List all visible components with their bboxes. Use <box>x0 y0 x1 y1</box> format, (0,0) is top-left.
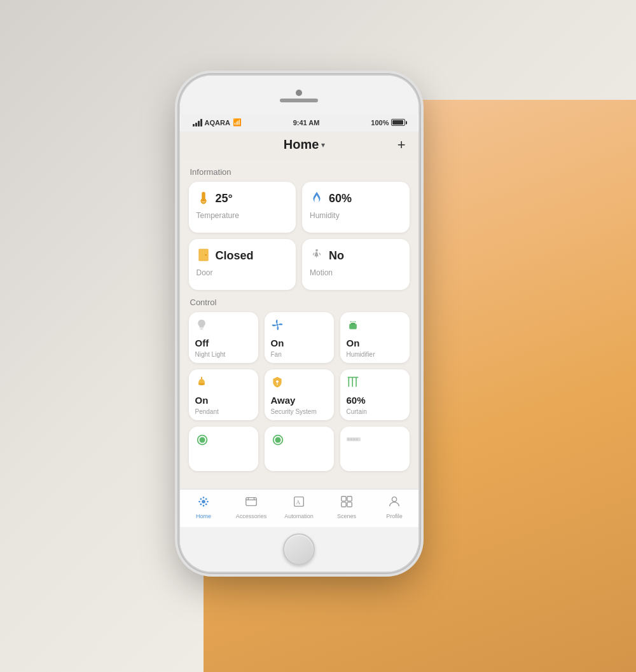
control-cards-row2: On Pendant <box>189 369 410 420</box>
scene1-card[interactable] <box>189 427 258 471</box>
battery-percentage: 100% <box>371 119 389 127</box>
profile-tab-icon <box>387 495 401 512</box>
tab-home[interactable]: Home <box>186 495 221 519</box>
curtain-label: Curtain <box>347 408 403 415</box>
svg-rect-39 <box>246 497 257 505</box>
motion-icon <box>310 248 324 264</box>
svg-point-13 <box>275 380 279 383</box>
pendant-label: Pendant <box>195 408 252 415</box>
svg-point-36 <box>205 503 207 505</box>
control-cards-row1: Off Night Light <box>189 312 410 363</box>
fan-label: Fan <box>271 351 328 358</box>
security-label: Security System <box>271 408 328 415</box>
svg-rect-29 <box>356 438 357 440</box>
bulb-icon <box>195 319 208 334</box>
door-card[interactable]: Closed Door <box>189 239 296 290</box>
humidity-card[interactable]: 60% Humidity <box>302 182 410 233</box>
temp-icon-row: 25° <box>197 191 289 207</box>
add-button[interactable]: + <box>398 137 406 153</box>
phone-bottom <box>180 527 418 572</box>
pendant-icon <box>195 376 208 391</box>
svg-rect-15 <box>348 377 349 387</box>
svg-rect-16 <box>352 377 353 387</box>
profile-tab-label: Profile <box>386 513 403 519</box>
home-button[interactable] <box>283 533 315 565</box>
night-light-value: Off <box>195 338 252 348</box>
status-left: AQARA 📶 <box>193 118 242 127</box>
svg-rect-17 <box>356 377 357 387</box>
svg-point-24 <box>275 437 280 442</box>
accessories-tab-icon <box>244 495 258 512</box>
phone-top-bar <box>180 76 418 114</box>
fan-card[interactable]: On Fan <box>265 312 334 363</box>
temperature-card[interactable]: 25° Temperature <box>189 182 296 233</box>
svg-line-10 <box>354 321 356 322</box>
svg-rect-4 <box>200 328 203 329</box>
info-cards-row1: 25° Temperature 60% <box>189 182 410 233</box>
svg-point-30 <box>202 500 205 504</box>
app-title: Home <box>284 137 319 152</box>
phone-frame: AQARA 📶 9:41 AM 100% Home ▾ + <box>180 76 418 572</box>
tab-automation[interactable]: A Automation <box>282 495 317 519</box>
door-icon-row: Closed <box>197 248 289 264</box>
humidifier-icon <box>347 319 359 334</box>
svg-text:A: A <box>296 498 300 505</box>
humidity-icon <box>310 191 324 207</box>
security-card[interactable]: Away Security System <box>265 369 334 420</box>
accessories-tab-label: Accessories <box>236 513 267 519</box>
speaker <box>280 99 318 102</box>
night-light-card[interactable]: Off Night Light <box>189 312 258 363</box>
svg-point-12 <box>198 383 205 385</box>
curtain-card[interactable]: 60% Curtain <box>340 369 410 420</box>
strip-card[interactable] <box>340 427 410 471</box>
status-time: 9:41 AM <box>293 119 320 127</box>
motion-label: Motion <box>310 268 402 277</box>
fan-value: On <box>271 338 328 348</box>
header-title-area[interactable]: Home ▾ <box>284 137 326 152</box>
carrier-label: AQARA <box>205 119 230 127</box>
svg-point-5 <box>276 324 278 326</box>
security-value: Away <box>271 395 328 406</box>
strip-icon <box>347 433 361 447</box>
scenes-tab-label: Scenes <box>337 513 356 519</box>
status-right: 100% <box>371 119 405 127</box>
temperature-label: Temperature <box>197 211 289 220</box>
motion-icon-row: No <box>310 248 402 264</box>
humidifier-label: Humidifier <box>347 351 403 358</box>
svg-point-21 <box>199 437 205 442</box>
curtain-value: 60% <box>347 395 403 406</box>
svg-rect-7 <box>350 322 355 324</box>
home-tab-icon <box>197 495 211 512</box>
humidity-icon-row: 60% <box>310 191 402 207</box>
svg-point-3 <box>315 249 318 251</box>
scene2-card[interactable] <box>265 427 334 471</box>
app-content: Home ▾ + Information <box>180 132 418 527</box>
svg-point-32 <box>203 505 205 507</box>
automation-tab-icon: A <box>292 495 306 512</box>
camera <box>296 90 302 96</box>
motion-value: No <box>329 249 344 263</box>
svg-rect-47 <box>342 502 346 506</box>
fan-icon <box>271 319 284 334</box>
svg-rect-28 <box>353 438 355 440</box>
svg-rect-46 <box>347 496 352 500</box>
door-icon <box>197 248 211 264</box>
battery-icon <box>391 119 405 126</box>
control-cards-row3 <box>189 427 410 471</box>
motion-card[interactable]: No Motion <box>302 239 410 290</box>
tab-accessories[interactable]: Accessories <box>234 495 269 519</box>
svg-point-34 <box>207 500 209 502</box>
svg-line-8 <box>350 321 351 322</box>
app-header: Home ▾ + <box>180 132 418 160</box>
control-section-label: Control <box>190 298 410 307</box>
svg-point-37 <box>200 503 202 505</box>
svg-rect-6 <box>349 324 357 329</box>
tab-bar: Home Accessories <box>180 489 418 527</box>
svg-point-31 <box>203 497 205 498</box>
pendant-card[interactable]: On Pendant <box>189 369 258 420</box>
humidity-label: Humidity <box>310 211 402 220</box>
signal-icon <box>193 119 202 127</box>
tab-profile[interactable]: Profile <box>377 495 412 519</box>
humidifier-card[interactable]: On Humidifier <box>340 312 410 363</box>
tab-scenes[interactable]: Scenes <box>329 495 364 519</box>
